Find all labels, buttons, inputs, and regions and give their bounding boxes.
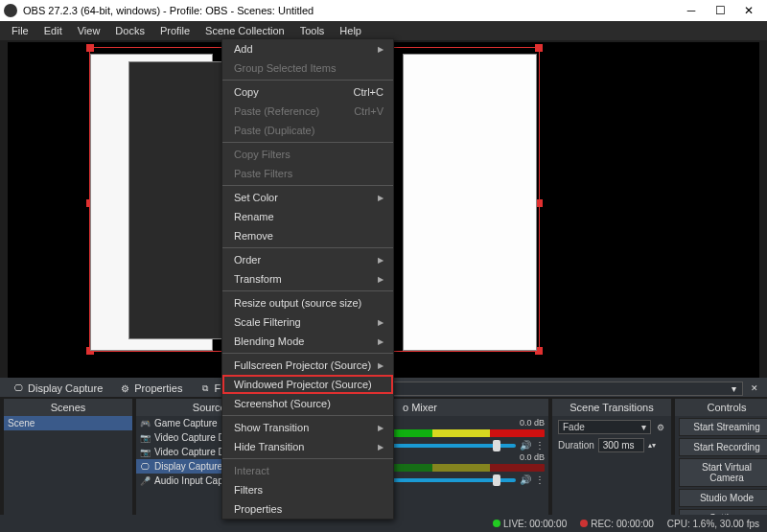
scene-item[interactable]: Scene <box>4 416 132 430</box>
ctx-resize-output[interactable]: Resize output (source size) <box>222 293 393 312</box>
menu-separator <box>222 290 393 291</box>
panel-header: Controls <box>675 399 767 416</box>
ctx-order[interactable]: Order▶ <box>222 250 393 269</box>
gear-icon[interactable]: ⚙ <box>655 422 665 432</box>
window-title: OBS 27.2.3 (64-bit, windows) - Profile: … <box>23 5 677 16</box>
chevron-right-icon: ▶ <box>378 256 384 265</box>
panel-header: Scene Transitions <box>552 399 671 416</box>
ctx-label: Paste (Duplicate) <box>234 125 314 136</box>
ctx-rename[interactable]: Rename <box>222 207 393 226</box>
source-label: Game Capture <box>154 418 218 428</box>
ctx-label: Copy Filters <box>234 149 291 160</box>
menu-scene-collection[interactable]: Scene Collection <box>198 23 292 38</box>
ctx-interact: Interact <box>222 461 393 480</box>
menu-bar: File Edit View Docks Profile Scene Colle… <box>0 21 767 40</box>
resize-handle[interactable] <box>535 44 543 52</box>
camera-icon: 📷 <box>140 432 151 443</box>
select-value: Fade <box>563 422 585 432</box>
ctx-filters[interactable]: Filters <box>222 480 393 499</box>
transition-select[interactable]: Fade▾ <box>558 420 651 434</box>
menu-separator <box>222 185 393 186</box>
menu-file[interactable]: File <box>4 23 36 38</box>
chevron-down-icon: ▾ <box>732 383 736 394</box>
camera-icon: 📷 <box>140 447 151 457</box>
menu-view[interactable]: View <box>70 23 108 38</box>
preview-window-thumb <box>403 54 537 351</box>
ctx-label: Rename <box>234 211 274 222</box>
menu-tools[interactable]: Tools <box>292 23 333 38</box>
shortcut-label: Ctrl+C <box>354 86 384 98</box>
ctx-properties[interactable]: Properties <box>222 499 393 519</box>
ctx-label: Transform <box>234 273 282 285</box>
chevron-right-icon: ▶ <box>378 361 384 370</box>
start-streaming-button[interactable]: Start Streaming <box>679 418 767 436</box>
start-recording-button[interactable]: Start Recording <box>679 438 767 456</box>
ctx-label: Interact <box>234 465 269 476</box>
studio-mode-button[interactable]: Studio Mode <box>679 489 767 507</box>
ctx-label: Copy <box>234 86 259 98</box>
speaker-icon[interactable]: 🔊 <box>520 440 531 451</box>
cpu-status: CPU: 1.6%, 30.00 fps <box>667 519 759 529</box>
ctx-show-transition[interactable]: Show Transition▶ <box>222 418 393 437</box>
ctx-paste-filters: Paste Filters <box>222 164 393 183</box>
ctx-fullscreen-projector[interactable]: Fullscreen Projector (Source)▶ <box>222 356 393 375</box>
ctx-blending-mode[interactable]: Blending Mode▶ <box>222 332 393 351</box>
window-minimize-button[interactable]: ─ <box>677 4 706 17</box>
obs-logo-icon <box>4 4 17 17</box>
slider-knob[interactable] <box>493 474 500 486</box>
ctx-label: Add <box>234 43 253 55</box>
menu-help[interactable]: Help <box>332 23 369 38</box>
btn-label: Properties <box>134 382 182 394</box>
ctx-add[interactable]: Add▶ <box>222 39 393 58</box>
close-toolbar-button[interactable]: ✕ <box>749 383 759 394</box>
db-value: 0.0 dB <box>520 452 545 462</box>
start-virtual-camera-button[interactable]: Start Virtual Camera <box>679 458 767 487</box>
gear-icon: ⚙ <box>120 383 130 394</box>
ctx-label: Group Selected Items <box>234 62 336 74</box>
menu-separator <box>222 247 393 248</box>
menu-separator <box>222 353 393 354</box>
menu-separator <box>222 80 393 81</box>
window-close-button[interactable]: ✕ <box>734 4 763 17</box>
ctx-label: Filters <box>234 484 263 496</box>
rec-status: REC: 00:00:00 <box>580 519 654 529</box>
stepper-icon[interactable]: ▴▾ <box>648 441 656 450</box>
ctx-set-color[interactable]: Set Color▶ <box>222 188 393 207</box>
live-dot-icon <box>493 520 500 527</box>
menu-docks[interactable]: Docks <box>107 23 152 38</box>
menu-profile[interactable]: Profile <box>152 23 198 38</box>
ctx-copy[interactable]: CopyCtrl+C <box>222 82 393 102</box>
ctx-label: Set Color <box>234 192 278 203</box>
track-menu-icon[interactable]: ⋮ <box>535 474 545 485</box>
monitor-icon: 🖵 <box>140 461 151 472</box>
duration-input[interactable] <box>598 438 644 452</box>
chevron-right-icon: ▶ <box>378 194 384 202</box>
filters-icon: ⧉ <box>199 383 210 394</box>
resize-handle[interactable] <box>86 44 94 52</box>
ctx-label: Blending Mode <box>234 335 304 347</box>
ctx-label: Remove <box>234 230 273 242</box>
ctx-label: Show Transition <box>234 422 309 433</box>
menu-edit[interactable]: Edit <box>36 23 70 38</box>
source-label: Video Capture D <box>154 432 225 443</box>
window-titlebar: OBS 27.2.3 (64-bit, windows) - Profile: … <box>0 0 767 21</box>
duration-label: Duration <box>558 440 594 451</box>
chevron-right-icon: ▶ <box>378 424 384 432</box>
ctx-remove[interactable]: Remove <box>222 226 393 245</box>
ctx-windowed-projector[interactable]: Windowed Projector (Source) <box>222 375 393 394</box>
ctx-screenshot-source[interactable]: Screenshot (Source) <box>222 394 393 413</box>
slider-knob[interactable] <box>493 440 500 451</box>
properties-button[interactable]: ⚙Properties <box>114 382 188 394</box>
source-label: Video Capture D <box>154 447 225 457</box>
db-value: 0.0 dB <box>520 418 545 428</box>
track-menu-icon[interactable]: ⋮ <box>535 440 545 451</box>
ctx-hide-transition[interactable]: Hide Transition▶ <box>222 437 393 456</box>
panel-header: Scenes <box>4 399 132 416</box>
ctx-label: Order <box>234 254 261 266</box>
ctx-label: Fullscreen Projector (Source) <box>234 359 371 371</box>
ctx-scale-filtering[interactable]: Scale Filtering▶ <box>222 312 393 332</box>
ctx-transform[interactable]: Transform▶ <box>222 269 393 289</box>
live-status: LIVE: 00:00:00 <box>493 519 567 529</box>
window-maximize-button[interactable]: ☐ <box>706 4 734 17</box>
speaker-icon[interactable]: 🔊 <box>520 474 531 485</box>
